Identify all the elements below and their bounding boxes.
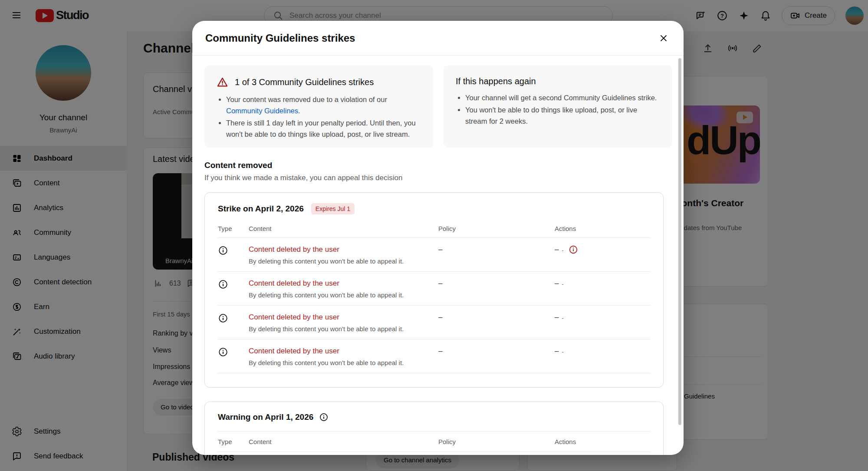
modal-header: Community Guidelines strikes (192, 21, 684, 56)
actions-cell: – - (555, 347, 650, 366)
again-card-bullets: Your channel will get a second Community… (456, 92, 660, 127)
info-icon (218, 279, 249, 299)
bullet-penalty: There is still 1 day left in your penalt… (226, 117, 421, 140)
row-content-subtitle: By deleting this content you won't be ab… (249, 257, 438, 265)
policy-value: – (438, 347, 555, 366)
table-row: Content deleted by the user By deleting … (218, 238, 650, 272)
col-content: Content (249, 438, 438, 445)
strike-card-header: Strike on April 2, 2026 Expires Jul 1 (218, 203, 650, 214)
action-info-icon[interactable] (569, 245, 578, 254)
actions-cell: – - (555, 279, 650, 299)
warning-triangle-icon (217, 76, 228, 88)
row-content-title[interactable]: Content deleted by the user (249, 313, 438, 322)
if-this-happens-again-card: If this happens again Your channel will … (444, 65, 672, 148)
bullet-removed: Your content was removed due to a violat… (226, 94, 421, 116)
col-type: Type (218, 438, 249, 445)
table-header-row: Type Content Policy Actions (218, 431, 650, 452)
expires-badge: Expires Jul 1 (311, 203, 355, 214)
modal-body: 1 of 3 Community Guidelines strikes Your… (192, 56, 684, 455)
info-icon (218, 245, 249, 265)
close-icon[interactable] (657, 31, 671, 45)
col-type: Type (218, 225, 249, 232)
table-row: Content deleted by the user By deleting … (218, 272, 650, 306)
strike-summary-bullets: Your content was removed due to a violat… (217, 94, 421, 140)
policy-value: – (438, 313, 555, 333)
actions-cell: – - (555, 313, 650, 333)
warning-date-title: Warning on April 1, 2026 (218, 412, 313, 422)
table-row: Content deleted by the user By deleting … (218, 339, 650, 373)
policy-value: – (438, 279, 555, 299)
strike-date-title: Strike on April 2, 2026 (218, 204, 304, 214)
row-content-title[interactable]: Content deleted by the user (249, 347, 438, 356)
again-card-title: If this happens again (456, 76, 536, 86)
content-removed-subtitle: If you think we made a mistake, you can … (204, 174, 402, 182)
strike-count-title: 1 of 3 Community Guidelines strikes (235, 77, 374, 87)
community-guidelines-strikes-modal: Community Guidelines strikes 1 of 3 Comm… (192, 21, 684, 455)
strike-card: Strike on April 2, 2026 Expires Jul 1 Ty… (204, 192, 664, 388)
bullet-two-weeks: You won't be able to do things like uplo… (465, 104, 660, 127)
col-policy: Policy (438, 225, 555, 232)
row-content-subtitle: By deleting this content you won't be ab… (249, 359, 438, 366)
col-content: Content (249, 225, 438, 232)
col-actions: Actions (555, 438, 650, 445)
row-content-title[interactable]: Content deleted by the user (249, 279, 438, 288)
modal-title: Community Guidelines strikes (205, 32, 355, 44)
row-content-subtitle: By deleting this content you won't be ab… (249, 291, 438, 299)
info-icon (218, 347, 249, 366)
table-row: Content deleted by the user By deleting … (218, 306, 650, 339)
policy-value: – (438, 245, 555, 265)
col-actions: Actions (555, 225, 650, 232)
strike-summary-card: 1 of 3 Community Guidelines strikes Your… (204, 65, 434, 148)
info-icon[interactable] (319, 412, 329, 422)
row-content-subtitle: By deleting this content you won't be ab… (249, 325, 438, 333)
content-removed-title: Content removed (204, 161, 272, 170)
modal-scrollbar[interactable] (678, 58, 681, 425)
bullet-second-strike: Your channel will get a second Community… (465, 92, 660, 103)
table-header-row: Type Content Policy Actions (218, 225, 650, 238)
row-content-title[interactable]: Content deleted by the user (249, 245, 438, 254)
col-policy: Policy (438, 438, 555, 445)
warning-card-header: Warning on April 1, 2026 (218, 412, 650, 422)
community-guidelines-link[interactable]: Community Guidelines (226, 107, 298, 115)
warning-card: Warning on April 1, 2026 Type Content Po… (204, 402, 664, 455)
actions-cell: – - (555, 245, 650, 265)
info-icon (218, 313, 249, 333)
